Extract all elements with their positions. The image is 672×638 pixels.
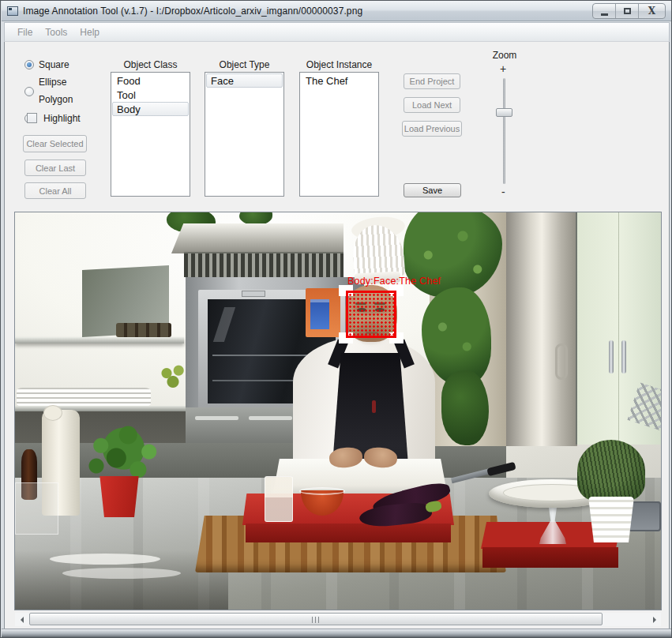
rosemary-pot [588,497,634,542]
app-icon [7,6,18,16]
menu-tools[interactable]: Tools [45,27,67,38]
scrollbar-thumb[interactable] [29,613,603,625]
window-bottom-frame [2,629,672,637]
save-button[interactable]: Save [404,183,461,197]
load-next-button[interactable]: Load Next [404,97,460,113]
drawer-handle-2 [249,416,292,420]
object-instance-label: Object Instance [299,59,379,70]
close-button[interactable]: X [639,4,665,18]
annotation-box[interactable] [346,291,396,338]
wall-shelf-lower [15,406,198,411]
scroll-right-button[interactable] [648,613,661,626]
zoom-plus-label: + [500,62,506,75]
radio-square-label: Square [39,59,69,70]
end-project-button[interactable]: End Project [404,73,460,89]
horizontal-scrollbar[interactable] [15,613,661,626]
hanging-plant-low [441,370,489,445]
zoom-minus-label: - [501,186,505,198]
hood-baffles [184,252,344,277]
zoom-label: Zoom [492,50,517,61]
app-window: Image Annotation Tool (v.1.7) - I:/Dropb… [0,0,672,638]
towel-roll-top [43,405,62,421]
object-type-label: Object Type [205,59,284,70]
scroll-right-icon [653,617,656,623]
menu-file[interactable]: File [17,27,32,38]
annotated-image[interactable]: Body:Face:The Chef [15,212,661,610]
close-icon: X [648,6,655,16]
clear-selected-button[interactable]: Clear Selected [23,135,87,152]
scrollbar-grip-icon [312,617,320,623]
front-plate-2 [62,568,181,579]
basil-pot [97,476,141,517]
title-bar[interactable]: Image Annotation Tool (v.1.7) - I:/Dropb… [2,1,672,21]
flour-glass [265,476,293,522]
minimize-icon [601,13,608,16]
exhaust-hood [171,223,344,253]
list-item[interactable]: Food [112,73,189,88]
annotation-label: Body:Face:The Chef [347,276,441,287]
hood-plant-right [239,212,272,225]
scroll-left-icon [21,617,24,623]
menu-help[interactable]: Help [80,27,99,38]
object-class-label: Object Class [111,59,190,70]
red-tray-right-front [482,547,618,568]
tomato-bowl-rim [299,487,345,495]
menu-bar: File Tools Help [4,22,670,42]
steel-door-handle [555,343,568,380]
radio-polygon-label: Polygon [39,94,73,105]
radio-ellipse-label: Ellipse [39,77,66,88]
highlight-checkbox[interactable] [27,113,37,123]
radio-square[interactable] [24,60,34,69]
maximize-icon [624,8,631,14]
cabinet-handle-2 [621,340,626,373]
window-title: Image Annotation Tool (v.1.7) - I:/Dropb… [23,6,362,17]
drawer-handle-1 [195,416,238,420]
apple-bowl [157,362,189,389]
oven-handle-tab [242,291,265,297]
list-item[interactable]: The Chef [301,73,377,88]
maximize-button[interactable] [616,4,639,18]
scroll-left-button[interactable] [15,613,28,626]
clear-last-button[interactable]: Clear Last [24,160,86,176]
wall-shelf-upper [15,337,184,343]
highlight-label: Highlight [43,113,81,124]
minimize-button[interactable] [593,4,616,18]
front-plate-1 [50,554,160,565]
cabinet-divider [618,212,619,445]
list-item[interactable]: Tool [112,88,189,102]
zoom-slider-track[interactable] [503,78,505,184]
rosemary-plant [577,440,645,501]
load-previous-button[interactable]: Load Previous [402,121,462,137]
cabinet-handle-1 [609,340,614,373]
plate-stack [17,388,151,407]
red-tray-front [246,524,451,542]
apron-stain [372,400,376,413]
spice-jars [116,323,171,337]
object-instance-list[interactable]: The Chef [299,72,379,197]
radio-ellipse[interactable] [24,87,34,96]
list-item-selected[interactable]: Face [206,73,283,88]
glass-dish [15,482,58,535]
object-type-list[interactable]: Face [205,72,284,197]
clear-all-button[interactable]: Clear All [24,182,86,199]
list-item-selected[interactable]: Body [112,102,189,116]
window-controls: X [592,3,666,19]
zoom-slider-handle[interactable] [496,108,512,117]
object-class-list[interactable]: Food Tool Body [111,72,190,197]
steel-door [506,212,577,446]
oven-display-screen [310,299,329,329]
